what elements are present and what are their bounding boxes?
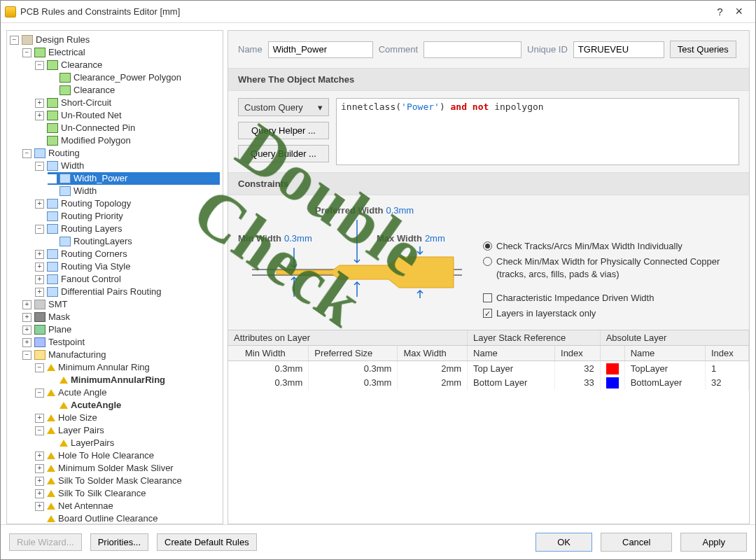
- tree-routing-topology[interactable]: +Routing Topology: [35, 197, 220, 210]
- tree-routing-priority[interactable]: Routing Priority: [35, 210, 220, 223]
- app-icon: [5, 6, 16, 18]
- check-layerstack-only[interactable]: ✓Layers in layerstack only: [483, 307, 739, 320]
- tree-acute-angle-leaf[interactable]: AcuteAngle: [48, 399, 220, 412]
- tree-width[interactable]: −Width: [35, 160, 220, 172]
- check-impedance-driven[interactable]: Characteristic Impedance Driven Width: [483, 292, 739, 304]
- col-stack-name[interactable]: Name: [468, 346, 555, 361]
- tree-unconnected-pin[interactable]: Un-Connected Pin: [35, 122, 220, 134]
- constraints-section-header: Constraints: [228, 172, 749, 195]
- query-type-dropdown[interactable]: Custom Query▾: [238, 98, 329, 116]
- chevron-down-icon: ▾: [318, 102, 323, 113]
- tree-root[interactable]: −Design Rules: [10, 34, 220, 46]
- tree-diff-pairs[interactable]: +Differential Pairs Routing: [35, 286, 220, 298]
- test-queries-button[interactable]: Test Queries: [670, 41, 736, 58]
- tree-unrouted-net[interactable]: +Un-Routed Net: [35, 109, 220, 122]
- tree-board-outline[interactable]: Board Outline Clearance: [35, 512, 220, 524]
- width-diagram: Preferred Width0.3mm Min Width0.3mm Max …: [238, 202, 469, 321]
- table-row[interactable]: 0.3mm 0.3mm 2mm Top Layer 32 TopLayer 1: [228, 361, 749, 376]
- col-minwidth[interactable]: Min Width: [228, 346, 309, 361]
- tree-short-circuit[interactable]: +Short-Circuit: [35, 97, 220, 109]
- col-abs-name[interactable]: Name: [624, 346, 705, 361]
- uniqueid-input[interactable]: [573, 41, 664, 58]
- tree-routing-layers[interactable]: −Routing Layers: [35, 223, 220, 235]
- tree-layer-pairs[interactable]: −Layer Pairs: [35, 424, 220, 437]
- priorities-button[interactable]: Priorities...: [90, 533, 148, 551]
- ok-button[interactable]: OK: [536, 533, 592, 552]
- col-prefsize[interactable]: Preferred Size: [309, 346, 398, 361]
- tree-routing[interactable]: −Routing: [22, 147, 220, 160]
- tree-testpoint[interactable]: +Testpoint: [22, 336, 220, 349]
- radio-connected-copper[interactable]: Check Min/Max Width for Physically Conne…: [483, 255, 739, 281]
- tree-routing-corners[interactable]: +Routing Corners: [35, 248, 220, 260]
- tree-routing-layers-leaf[interactable]: RoutingLayers: [48, 235, 220, 248]
- tree-clearance-leaf[interactable]: Clearance: [48, 84, 220, 97]
- rule-detail-panel: Name Comment Unique ID Test Queries Wher…: [227, 30, 750, 524]
- tree-routing-via-style[interactable]: +Routing Via Style: [35, 260, 220, 273]
- tree-silk-to-silk[interactable]: +Silk To Silk Clearance: [35, 487, 220, 500]
- tree-mask[interactable]: +Mask: [22, 311, 220, 323]
- tree-silk-to-solder[interactable]: +Silk To Solder Mask Clearance: [35, 475, 220, 487]
- create-default-rules-button[interactable]: Create Default Rules: [157, 533, 257, 551]
- tree-plane[interactable]: +Plane: [22, 323, 220, 336]
- tree-width-power[interactable]: Width_Power: [48, 172, 220, 185]
- col-group-attributes: Attributes on Layer: [228, 330, 468, 346]
- tree-smt[interactable]: +SMT: [22, 298, 220, 311]
- query-builder-button[interactable]: Query Builder ...: [238, 145, 329, 162]
- rules-tree-panel: −Design Rules −Electrical −Clearance Cle…: [6, 30, 223, 524]
- help-button[interactable]: ?: [717, 6, 722, 18]
- tree-modified-polygon[interactable]: Modified Polygon: [35, 134, 220, 147]
- tree-layer-pairs-leaf[interactable]: LayerPairs: [48, 437, 220, 449]
- tree-acute-angle[interactable]: −Acute Angle: [35, 386, 220, 399]
- uniqueid-label: Unique ID: [527, 44, 568, 55]
- col-group-absolute: Absolute Layer: [600, 330, 748, 346]
- table-row[interactable]: 0.3mm 0.3mm 2mm Bottom Layer 33 BottomLa…: [228, 376, 749, 391]
- col-maxwidth[interactable]: Max Width: [398, 346, 468, 361]
- col-abs-index[interactable]: Index: [705, 346, 748, 361]
- cancel-button[interactable]: Cancel: [601, 533, 672, 552]
- layer-color-swatch: [606, 377, 619, 388]
- tree-min-solder-sliver[interactable]: +Minimum Solder Mask Sliver: [35, 462, 220, 475]
- tree-net-antennae[interactable]: +Net Antennae: [35, 500, 220, 512]
- tree-hole-to-hole[interactable]: +Hole To Hole Clearance: [35, 449, 220, 462]
- tree-hole-size[interactable]: +Hole Size: [35, 412, 220, 424]
- tree-width-leaf[interactable]: Width: [48, 185, 220, 197]
- col-group-stackref: Layer Stack Reference: [468, 330, 601, 346]
- layer-color-swatch: [606, 363, 619, 374]
- layer-table[interactable]: Attributes on Layer Layer Stack Referenc…: [228, 330, 749, 524]
- tree-min-annular[interactable]: −Minimum Annular Ring: [35, 361, 220, 374]
- window-title: PCB Rules and Constraints Editor [mm]: [20, 6, 717, 17]
- tree-min-annular-leaf[interactable]: MinimumAnnularRing: [48, 374, 220, 386]
- tree-clearance[interactable]: −Clearance: [35, 59, 220, 71]
- name-label: Name: [238, 44, 262, 55]
- tree-manufacturing[interactable]: −Manufacturing: [22, 349, 220, 361]
- tree-fanout-control[interactable]: +Fanout Control: [35, 273, 220, 286]
- close-button[interactable]: ×: [735, 4, 743, 19]
- tree-clearance-power-polygon[interactable]: Clearance_Power Polygon: [48, 71, 220, 84]
- titlebar: PCB Rules and Constraints Editor [mm] ? …: [1, 1, 755, 23]
- name-input[interactable]: [268, 41, 373, 58]
- where-section-header: Where The Object Matches: [228, 68, 749, 91]
- query-textbox[interactable]: innetclass('Power') and not inpolygon: [336, 98, 739, 165]
- footer-bar: Rule Wizard... Priorities... Create Defa…: [1, 524, 755, 559]
- rule-wizard-button[interactable]: Rule Wizard...: [9, 533, 82, 551]
- col-stack-index[interactable]: Index: [555, 346, 601, 361]
- tree-electrical[interactable]: −Electrical: [22, 46, 220, 59]
- col-abs-color[interactable]: [600, 346, 624, 361]
- radio-individual-width[interactable]: Check Tracks/Arcs Min/Max Width Individu…: [483, 240, 739, 253]
- comment-input[interactable]: [424, 41, 522, 58]
- comment-label: Comment: [379, 44, 418, 55]
- query-helper-button[interactable]: Query Helper ...: [238, 122, 329, 139]
- apply-button[interactable]: Apply: [680, 533, 747, 552]
